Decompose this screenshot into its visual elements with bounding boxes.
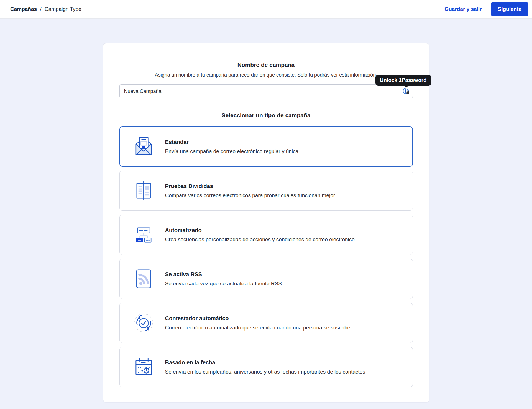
option-description: Crea secuencias personalizadas de accion… [165,237,355,243]
split-document-icon [133,180,155,202]
option-description: Envía una campaña de correo electrónico … [165,148,299,154]
campaign-setup-card: Nombre de campaña Asigna un nombre a tu … [103,43,429,402]
option-date-based[interactable]: Basado en la fecha Se envía en los cumpl… [119,347,413,387]
option-title: Se activa RSS [165,271,282,278]
option-title: Contestador automático [165,315,351,322]
rss-icon [133,268,155,290]
option-rss-triggered[interactable]: Se activa RSS Se envía cada vez que se a… [119,259,413,299]
main-content: Nombre de campaña Asigna un nombre a tu … [0,19,532,402]
campaign-name-title: Nombre de campaña [119,62,413,68]
campaign-name-subtitle: Asigna un nombre a tu campaña para recor… [119,72,413,78]
option-description: Se envía cada vez que se actualiza la fu… [165,281,282,287]
campaign-type-options: Estándar Envía una campaña de correo ele… [119,126,413,387]
option-title: Basado en la fecha [165,359,365,366]
sync-check-icon [133,312,155,334]
1password-icon[interactable] [402,88,410,95]
next-button[interactable]: Siguiente [491,2,528,16]
option-description: Correo electrónico automatizado que se e… [165,325,351,331]
unlock-1password-tooltip: Unlock 1Password [375,75,431,86]
option-title: Estándar [165,139,299,145]
option-description: Compara varios correos electrónicos para… [165,192,335,199]
option-automated[interactable]: Automatizado Crea secuencias personaliza… [119,215,413,255]
option-title: Pruebas Divididas [165,183,335,189]
option-title: Automatizado [165,227,355,233]
campaign-name-input[interactable] [119,84,413,98]
option-autoresponder[interactable]: Contestador automático Correo electrónic… [119,303,413,343]
option-description: Se envía en los cumpleaños, aniversarios… [165,369,365,375]
breadcrumb-campaigns[interactable]: Campañas [10,6,37,12]
save-and-exit-button[interactable]: Guardar y salir [444,6,482,12]
header-actions: Guardar y salir Siguiente [444,2,528,16]
lock-badge-icon [406,91,409,94]
option-split-testing[interactable]: Pruebas Divididas Compara varios correos… [119,171,413,211]
calendar-clock-icon [133,356,155,378]
campaign-name-input-wrap: Unlock 1Password [119,84,413,98]
breadcrumb-separator: / [40,6,41,12]
option-standard[interactable]: Estándar Envía una campaña de correo ele… [119,126,413,167]
breadcrumb-current-page: Campaign Type [45,6,81,12]
flowchart-icon [133,224,155,246]
breadcrumb: Campañas / Campaign Type [10,6,81,12]
top-bar: Campañas / Campaign Type Guardar y salir… [0,0,532,19]
campaign-type-title: Seleccionar un tipo de campaña [119,112,413,119]
envelope-icon [133,136,155,157]
